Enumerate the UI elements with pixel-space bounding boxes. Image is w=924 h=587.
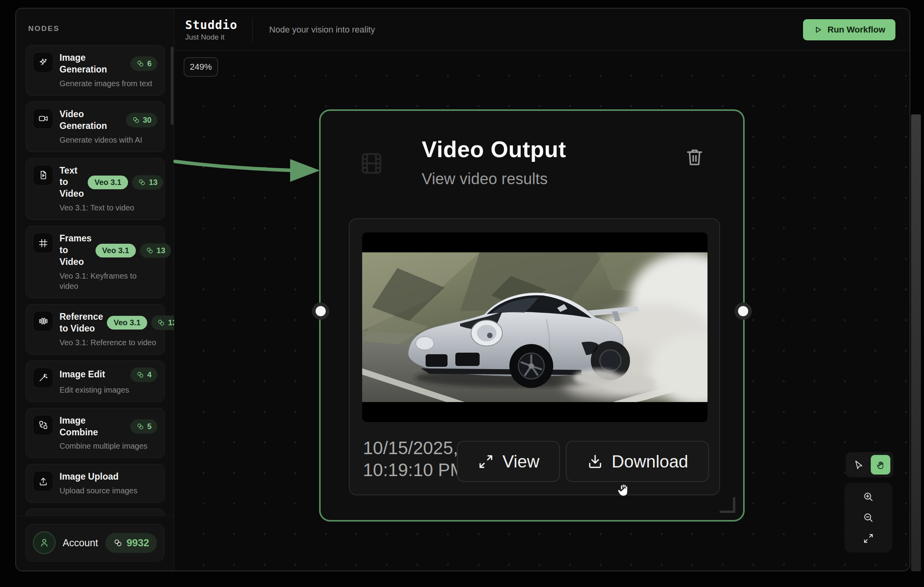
resize-handle[interactable]: [720, 497, 735, 513]
video-camera-icon: [33, 109, 53, 129]
cursor-tool-button[interactable]: [849, 455, 868, 475]
sidebar-node-item[interactable]: Image Output Display output images: [25, 509, 165, 516]
coins-icon: [132, 116, 140, 124]
account-card[interactable]: Account 9932: [25, 524, 164, 562]
account-credit-count: 9932: [126, 537, 149, 549]
credit-badge: 13: [151, 315, 174, 330]
credit-count: 4: [147, 370, 152, 379]
zoom-in-button[interactable]: [859, 488, 878, 506]
node-item-desc: Upload source images: [60, 486, 157, 496]
credit-count: 13: [149, 178, 157, 187]
connection-edge[interactable]: [174, 145, 327, 196]
hand-icon: [875, 460, 886, 470]
input-port[interactable]: [312, 303, 329, 320]
video-output-node[interactable]: Video Output View video results: [319, 109, 745, 522]
download-icon: [587, 453, 604, 470]
sidebar-node-item[interactable]: Image Upload Upload source images: [25, 464, 165, 503]
fit-view-button[interactable]: [859, 529, 878, 547]
brand-block: Studdio Just Node it: [185, 18, 237, 42]
video-result-panel: 10/15/2025, 10:19:10 PM View Download: [349, 218, 720, 495]
app-subtitle: Just Node it: [185, 33, 237, 42]
timestamp-date: 10/15/2025,: [363, 437, 465, 459]
account-label: Account: [63, 537, 98, 549]
credit-badge: 13: [132, 175, 163, 190]
fit-view-icon: [863, 533, 874, 544]
trash-icon: [684, 145, 706, 169]
node-item-desc: Veo 3.1: Keyframes to video: [60, 271, 157, 291]
sidebar-node-item[interactable]: Image Generation 6 Generate images from …: [25, 45, 165, 96]
coins-icon: [136, 371, 144, 379]
timestamp-time: 10:19:10 PM: [363, 459, 465, 481]
tool-panel: [846, 452, 893, 477]
node-item-title: Image Edit: [60, 369, 105, 380]
output-port[interactable]: [735, 303, 752, 320]
app-window: NODES Image Generation 6 Generate images…: [15, 8, 910, 571]
node-item-title: Reference to Video: [60, 311, 103, 335]
video-thumbnail[interactable]: [362, 232, 707, 422]
coins-icon: [138, 178, 146, 187]
credit-count: 5: [147, 422, 152, 431]
wand-icon: [33, 368, 53, 388]
model-badge: Veo 3.1: [88, 176, 128, 189]
credit-count: 30: [143, 116, 152, 125]
credit-count: 13: [168, 318, 174, 327]
coins-icon: [157, 319, 165, 327]
node-item-title: Text to Video: [60, 165, 84, 200]
download-button-label: Download: [612, 452, 688, 471]
coins-icon: [136, 422, 144, 431]
download-button[interactable]: Download: [566, 441, 709, 482]
app-background: NODES Image Generation 6 Generate images…: [0, 0, 924, 587]
workflow-canvas[interactable]: 249% Video Output View video results: [174, 51, 910, 571]
node-item-title: Image Upload: [60, 471, 119, 483]
sidebar-scrollbar[interactable]: [171, 47, 173, 125]
view-button[interactable]: View: [457, 441, 560, 482]
account-credits-badge: 9932: [105, 533, 157, 553]
credit-count: 6: [147, 59, 152, 68]
file-play-icon: [33, 165, 53, 185]
cursor-icon: [854, 460, 864, 470]
reference-bars-icon: [33, 311, 53, 332]
sidebar-node-item[interactable]: Reference to Video Veo 3.1 13 Veo 3.1: R…: [25, 304, 165, 355]
sidebar-node-item[interactable]: Text to Video Veo 3.1 13 Veo 3.1: Text t…: [25, 158, 165, 220]
coins-icon: [113, 538, 123, 548]
delete-node-button[interactable]: [684, 145, 706, 169]
run-workflow-button[interactable]: Run Workflow: [803, 19, 895, 40]
node-item-desc: Generate videos with AI: [60, 135, 157, 145]
sidebar-node-item[interactable]: Image Combine 5 Combine multiple images: [25, 408, 165, 458]
sidebar-node-item[interactable]: Image Edit 4 Edit existing images: [25, 361, 165, 402]
credit-badge: 5: [130, 419, 157, 434]
video-timestamp: 10/15/2025, 10:19:10 PM: [363, 437, 465, 481]
node-item-title: Image Combine: [60, 415, 126, 438]
video-scene: [362, 252, 707, 402]
upload-icon: [33, 471, 53, 491]
view-button-label: View: [502, 452, 540, 471]
node-item-title: Image Generation: [60, 52, 126, 76]
nodes-sidebar: NODES Image Generation 6 Generate images…: [16, 9, 174, 571]
node-title-block: Video Output View video results: [422, 136, 566, 188]
node-item-desc: Edit existing images: [60, 385, 157, 395]
window-edge-scrollbar[interactable]: [911, 114, 921, 571]
zoom-level-badge[interactable]: 249%: [184, 57, 218, 77]
node-item-desc: Generate images from text: [60, 78, 157, 89]
coins-icon: [136, 60, 144, 68]
node-title: Video Output: [422, 136, 566, 162]
sidebar-footer: Account 9932: [16, 516, 174, 571]
play-icon: [813, 25, 823, 34]
expand-arrows-icon: [477, 453, 494, 470]
topbar-divider: [252, 18, 253, 42]
app-title: Studdio: [185, 18, 237, 32]
hand-tool-button[interactable]: [871, 455, 890, 475]
credit-badge: 6: [130, 56, 157, 71]
zoom-out-button[interactable]: [859, 509, 878, 527]
zoom-panel: [845, 483, 892, 553]
node-item-title: Frames to Video: [60, 233, 92, 268]
zoom-out-icon: [863, 512, 874, 524]
credit-badge: 13: [140, 243, 171, 258]
coins-icon: [146, 246, 154, 255]
model-badge: Veo 3.1: [107, 316, 147, 330]
tagline: Node your vision into reality: [269, 25, 375, 35]
sidebar-node-item[interactable]: Frames to Video Veo 3.1 13 Veo 3.1: Keyf…: [25, 226, 165, 298]
zoom-in-icon: [863, 491, 874, 503]
node-item-desc: Veo 3.1: Text to video: [60, 203, 157, 213]
sidebar-node-item[interactable]: Video Generation 30 Generate videos with…: [25, 101, 165, 152]
